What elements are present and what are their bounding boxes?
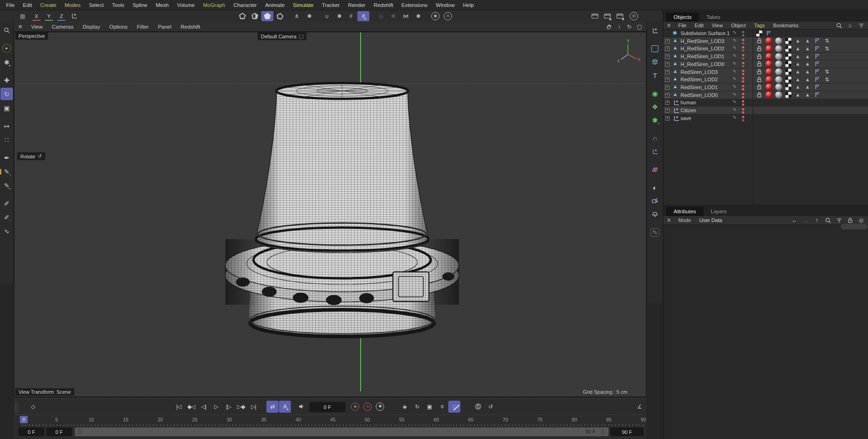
enable-toggle-icon[interactable]: ✎ [733,92,736,97]
object-row-redsiren-lod1[interactable]: +▲RedSiren_LOD1✎▲▲ [663,84,868,91]
selection-tag[interactable]: ▲ [803,84,812,90]
object-label[interactable]: H_RedSiren_LOD3 [681,38,724,44]
object-row-h-redsiren-lod2[interactable]: +▲H_RedSiren_LOD2✎▲▲⇅ [663,45,868,52]
updown-tag[interactable]: ⇅ [823,76,831,83]
render-view-button[interactable] [589,11,601,21]
camera-object-icon[interactable] [649,195,662,207]
next-key-button[interactable]: ▷◆ [235,401,247,413]
visibility-dot-render[interactable] [742,103,744,106]
auto-axis-icon[interactable]: A [442,11,454,21]
set-keyframe-button[interactable]: ◇ [27,401,39,413]
material-red-tag[interactable] [765,53,773,60]
display-tag[interactable] [784,68,792,75]
record-rotation-button[interactable]: ↻ [411,401,423,413]
material-gray-tag[interactable] [774,68,783,75]
visibility-dot-render[interactable] [742,80,744,83]
visibility-dot-editor[interactable] [742,54,744,56]
expand-icon[interactable]: + [665,47,669,51]
menu-window[interactable]: Window [432,0,459,10]
display-tag[interactable] [784,76,792,83]
record-pla-button[interactable]: ∷ [448,401,460,413]
display-tag[interactable] [784,84,792,90]
falloff-settings-gear-icon[interactable]: ✱ [387,11,399,21]
polygon-pen-tool-icon[interactable]: ✎▪ [0,165,13,178]
playhead[interactable]: 0 [20,416,28,423]
object-label[interactable]: RedSiren_LOD2 [681,77,718,82]
visibility-dot-editor[interactable] [742,62,744,64]
pan-hand-icon[interactable] [605,23,613,31]
menu-mesh[interactable]: Mesh [151,0,173,10]
viewport-menu-panel[interactable]: Panel [153,23,176,31]
protection-tag[interactable] [755,76,763,83]
home-icon[interactable]: ⌂ [846,21,854,30]
object-label[interactable]: RedSiren_LOD1 [681,84,718,90]
enable-toggle-icon[interactable]: ✎ [733,46,736,50]
visibility-dot-editor[interactable] [742,108,744,110]
projection-label[interactable]: Perspective [15,32,48,40]
knife-tool-icon[interactable]: ✐ [0,197,13,210]
stage-object-icon[interactable] [649,208,662,221]
updown-tag[interactable]: ⇅ [823,68,831,75]
selection-tag[interactable]: ▲ [794,76,802,83]
display-tag[interactable] [784,45,792,52]
volume-pen-tool-icon[interactable]: ✎▪▪ [0,179,13,192]
dolly-icon[interactable]: ↕ [615,23,623,31]
expand-icon[interactable]: + [665,39,669,43]
object-label[interactable]: Citizen [681,108,696,113]
text-object-icon[interactable]: T [649,69,662,82]
texture-mode-icon[interactable] [249,11,261,21]
transfer-tool-icon[interactable]: ↦ [0,120,13,132]
menu-mograph[interactable]: MoGraph [199,0,229,10]
record-parameters-button[interactable]: ≡ [436,401,448,413]
attributes-scroll-chip[interactable] [841,224,868,229]
objects-hamburger-icon[interactable]: ≡ [667,22,670,29]
forward-arrow-icon[interactable]: → [802,216,810,224]
subdivision-surface-gen-icon[interactable]: ◉ [649,87,662,100]
viewport-menu-view[interactable]: View [27,23,48,31]
material-gray-tag[interactable] [774,76,783,83]
material-gray-tag[interactable] [774,84,783,90]
objects-menu-bookmarks[interactable]: Bookmarks [769,22,802,29]
range-end-field[interactable]: 90 F [610,427,644,436]
timeline-scrollbar[interactable]: 90 F [75,427,609,436]
timeline-ruler[interactable]: 908580757065605550454035302520151050 0 [14,415,646,427]
visibility-dot-editor[interactable] [742,116,744,118]
viewport-menu-cameras[interactable]: Cameras [47,23,78,31]
menu-help[interactable]: Help [459,0,478,10]
selection-tag[interactable]: ▲ [803,76,812,83]
volume-builder-icon[interactable]: ❖ [649,101,662,113]
visibility-dot-render[interactable] [742,88,744,90]
visibility-dot-editor[interactable] [742,100,744,102]
enable-toggle-icon[interactable]: ✎ [733,38,736,43]
expand-icon[interactable]: + [665,116,669,120]
fcurve-mode-button[interactable]: ∠ [633,401,645,413]
object-label[interactable]: save [681,115,691,121]
protection-tag[interactable] [755,45,763,52]
attributes-mode-menu[interactable]: Mode [674,216,695,224]
menu-volume[interactable]: Volume [173,0,199,10]
magnifier-icon[interactable] [835,21,843,30]
protection-tag[interactable] [755,53,763,60]
display-tag[interactable] [784,91,792,98]
object-label[interactable]: Subdivision Surface.1 [681,30,729,36]
menu-extensions[interactable]: Extensions [398,0,432,10]
phong-tag[interactable] [813,60,821,67]
selection-tag[interactable]: ▲ [803,53,812,60]
tab-attributes[interactable]: Attributes [666,207,704,216]
material-red-tag[interactable] [765,68,773,75]
material-red-tag[interactable] [765,76,773,83]
make-editable-icon[interactable] [224,11,236,21]
tab-takes[interactable]: Takes [699,12,728,22]
visibility-dot-render[interactable] [742,42,744,44]
camera-menu-icon[interactable]: ▢ [299,33,303,39]
object-mode-icon[interactable] [261,11,273,21]
multi-move-tool-icon[interactable]: ∷ [0,133,13,146]
expand-icon[interactable]: + [665,101,669,105]
selection-tag[interactable]: ▲ [803,68,812,75]
display-tag[interactable] [784,37,792,44]
viewport-menu-redshift[interactable]: Redshift [176,23,205,31]
maximize-view-icon[interactable]: ▢ [635,23,644,31]
object-label[interactable]: RedSiren_LOD0 [681,92,718,98]
viewport-menu-display[interactable]: Display [78,23,105,31]
goto-end-button[interactable]: ▷| [247,401,259,413]
